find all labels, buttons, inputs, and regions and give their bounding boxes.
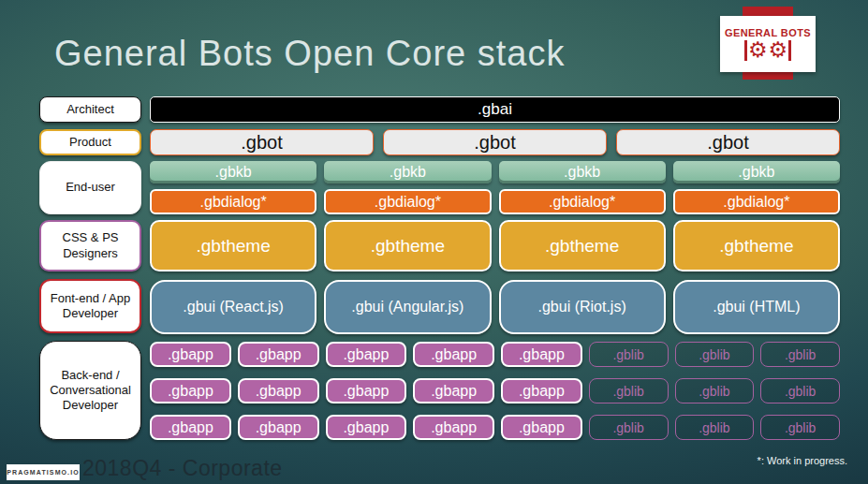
gbot-box: .gbot [383,129,607,155]
gblib-box: .gblib [589,378,669,403]
gear-icon: ⚙ [769,39,788,61]
gbapp-box: .gbapp [413,342,494,367]
gbai-box: .gbai [150,96,840,123]
gbapp-box: .gbapp [501,378,582,403]
gbapp-box: .gbapp [501,415,582,440]
gbot-row: .gbot .gbot .gbot [150,129,840,155]
gbapp-box: .gbapp [238,415,319,440]
gblib-box: .gblib [675,378,755,403]
row-label-product: Product [39,129,141,155]
gbapp-gblib-row: .gbapp .gbapp .gbapp .gbapp .gbapp .gbli… [150,415,840,440]
gblib-box: .gblib [760,378,840,403]
gbdialog-box: .gbdialog* [499,189,666,214]
slide: General Bots Open Core stack GENERAL BOT… [0,0,868,484]
gbkb-box: .gbkb [150,161,316,183]
gbui-react-box: .gbui (React.js) [150,280,316,334]
gbapp-box: .gbapp [238,342,319,367]
gbtheme-row: .gbtheme .gbtheme .gbtheme .gbtheme [150,220,840,271]
gears-icon: ⚙ ⚙ [744,39,791,61]
gbapp-box: .gbapp [150,342,231,367]
gbapp-box: .gbapp [326,342,407,367]
gblib-box: .gblib [589,415,669,440]
footer-caption: 2018Q4 - Corporate [82,456,283,481]
row-label-frontend-app-developer: Font-end / App Developer [39,279,141,333]
gbapp-gblib-row: .gbapp .gbapp .gbapp .gbapp .gbapp .gbli… [150,342,840,367]
gbdialog-box: .gbdialog* [324,189,491,214]
general-bots-logo: GENERAL BOTS ⚙ ⚙ [720,7,816,80]
gblib-box: .gblib [675,415,755,440]
gear-icon: ⚙ [748,39,768,61]
logo-brand-text: GENERAL BOTS [725,27,811,38]
gblib-box: .gblib [760,342,840,367]
gbdialog-box: .gbdialog* [150,189,316,214]
gbot-box: .gbot [150,129,374,155]
gbapp-box: .gbapp [501,342,582,367]
gbtheme-box: .gbtheme [150,220,316,271]
gbkb-box: .gbkb [673,161,840,183]
gbkb-box: .gbkb [499,161,666,183]
row-label-end-user: End-user [39,161,141,214]
gbapp-box: .gbapp [326,415,407,440]
work-in-progress-footnote: *: Work in progress. [758,455,847,466]
gear-bar-left [744,40,747,61]
gbkb-box: .gbkb [324,161,491,183]
gbapp-gblib-row: .gbapp .gbapp .gbapp .gbapp .gbapp .gbli… [150,378,840,403]
gbtheme-box: .gbtheme [499,220,666,271]
gbai-row: .gbai [150,96,840,123]
gbot-box: .gbot [616,129,840,155]
gbui-riot-box: .gbui (Riot.js) [499,280,666,334]
gbui-html-box: .gbui (HTML) [673,280,840,334]
gbui-angular-box: .gbui (Angular.js) [324,280,491,334]
gbapp-box: .gbapp [150,415,231,440]
gblib-box: .gblib [675,342,755,367]
row-label-architect: Architect [39,96,141,123]
gblib-box: .gblib [589,342,669,367]
gear-bar-right [788,40,791,61]
gbapp-box: .gbapp [413,378,494,403]
gbapp-box: .gbapp [238,378,319,403]
row-label-css-ps-designers: CSS & PS Designers [39,220,141,271]
gbapp-box: .gbapp [326,378,407,403]
gbtheme-box: .gbtheme [324,220,491,271]
gbdialog-row: .gbdialog* .gbdialog* .gbdialog* .gbdial… [150,189,840,214]
gbdialog-box: .gbdialog* [673,189,840,214]
pragmatismo-logo: PRAGMATISMO.IO [7,464,80,480]
gbtheme-box: .gbtheme [673,220,840,271]
logo-card: GENERAL BOTS ⚙ ⚙ [720,16,816,72]
gblib-box: .gblib [760,415,840,440]
slide-title: General Bots Open Core stack [54,34,565,74]
row-label-backend-conversational-developer: Back-end / Conversational Developer [39,341,141,440]
gbapp-box: .gbapp [413,415,494,440]
gbapp-box: .gbapp [150,378,231,403]
gbui-row: .gbui (React.js) .gbui (Angular.js) .gbu… [150,280,840,334]
gbkb-row: .gbkb .gbkb .gbkb .gbkb [150,161,840,183]
